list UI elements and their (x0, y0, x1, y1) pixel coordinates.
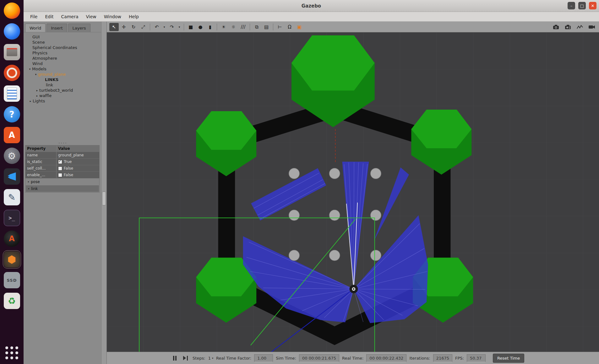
menu-camera[interactable]: Camera (58, 13, 82, 20)
close-button[interactable]: ✕ (589, 2, 596, 9)
insert-sphere-button[interactable]: ● (196, 23, 205, 31)
screenshot-camera-icon[interactable] (551, 23, 561, 31)
tree-item-atmosphere[interactable]: Atmosphere (24, 56, 101, 61)
dock-libreoffice-writer-icon[interactable] (4, 85, 20, 102)
dock-text-editor-icon[interactable] (4, 189, 20, 205)
tree-item-lights[interactable]: ▸ Lights (24, 98, 101, 104)
3d-scene (107, 32, 599, 352)
properties-table: Property Value name ground_plane is_stat… (25, 145, 100, 193)
scrollbar-thumb[interactable] (102, 192, 106, 205)
properties-header: Property Value (25, 145, 99, 152)
dock-files-icon[interactable] (4, 44, 20, 60)
expander-icon[interactable]: ▾ (28, 68, 32, 71)
point-light-button[interactable]: ☀ (219, 23, 228, 31)
dock-thunderbird-icon[interactable] (4, 23, 20, 40)
expander-icon[interactable]: ▸ (35, 94, 39, 97)
dock-vscode-icon[interactable] (4, 168, 20, 185)
steps-stepper[interactable]: 1 ▾ (208, 356, 213, 361)
real-time-label: Real Time: (342, 356, 363, 361)
property-group-link[interactable]: ▸ link (25, 185, 99, 192)
tab-insert[interactable]: Insert (46, 24, 67, 32)
tree-item-scene[interactable]: Scene (24, 40, 101, 45)
property-row-name: name ground_plane (25, 152, 99, 158)
expander-icon[interactable]: ▾ (34, 73, 38, 76)
building-editor-button[interactable]: ▣ (295, 23, 304, 31)
world-panel: World Insert Layers GUI Scene Spherical … (24, 22, 101, 364)
dock-ssd-drive-icon[interactable]: SSD (4, 272, 20, 288)
render-viewport[interactable] (107, 32, 599, 352)
redo-button[interactable]: ↷ (167, 23, 177, 31)
property-group-pose[interactable]: ▸ pose (25, 178, 99, 185)
maximize-button[interactable]: □ (578, 2, 586, 9)
enable-wind-checkbox[interactable] (58, 173, 62, 177)
panel-scrollbar[interactable] (101, 22, 107, 364)
expander-icon[interactable]: ▸ (26, 180, 31, 183)
tree-item-links[interactable]: LINKS (24, 77, 101, 82)
sim-time-label: Sim Time: (276, 356, 296, 361)
tab-layers[interactable]: Layers (68, 24, 90, 32)
tree-item-gui[interactable]: GUI (24, 34, 101, 40)
dock-settings-icon[interactable] (4, 148, 20, 164)
iterations-value: 21675 (433, 354, 452, 362)
expander-icon[interactable]: ▸ (28, 100, 33, 103)
menu-edit[interactable]: Edit (41, 13, 57, 20)
tree-item-link[interactable]: link (24, 82, 101, 88)
scale-tool-button[interactable]: ⤢ (139, 23, 148, 31)
tree-item-waffle[interactable]: ▸ waffle (24, 93, 101, 98)
directional-light-button[interactable]: /// (238, 23, 248, 31)
tree-item-ground-plane[interactable]: ▾ ground_plane (24, 72, 101, 77)
undo-history-button[interactable]: ▾ (162, 23, 167, 31)
copy-button[interactable]: ⧉ (252, 23, 261, 31)
expander-icon[interactable]: ▸ (27, 187, 31, 190)
tree-item-wind[interactable]: Wind (24, 61, 101, 66)
dock-rhythmbox-icon[interactable] (4, 65, 20, 81)
tab-world[interactable]: World (25, 24, 46, 32)
dock-firefox-icon[interactable] (4, 3, 20, 19)
menu-file[interactable]: File (27, 13, 41, 20)
dock-help-icon[interactable] (4, 106, 20, 122)
redo-history-button[interactable]: ▾ (177, 23, 182, 31)
video-record-icon[interactable] (587, 23, 596, 31)
paste-button[interactable]: ▤ (262, 23, 271, 31)
align-button[interactable]: ⊢ (275, 23, 285, 31)
log-camera-icon[interactable] (563, 23, 573, 31)
snap-button[interactable]: Ω (285, 23, 294, 31)
select-tool-button[interactable]: ↖ (109, 23, 119, 31)
menu-view[interactable]: View (83, 13, 100, 20)
translate-tool-button[interactable]: ✛ (119, 23, 128, 31)
tree-item-spherical-coordinates[interactable]: Spherical Coordinates (24, 45, 101, 50)
expander-icon[interactable]: ▸ (35, 89, 39, 92)
property-row-self-collide: self_coll... False (25, 165, 99, 171)
is-static-checkbox[interactable] (58, 160, 62, 164)
pause-button[interactable] (171, 355, 178, 362)
menu-help[interactable]: Help (125, 13, 142, 20)
minimize-button[interactable]: – (568, 2, 575, 9)
dock-ubuntu-software-icon[interactable] (4, 127, 20, 143)
property-row-is-static: is_static True (25, 158, 99, 165)
panel-splitter[interactable] (24, 141, 101, 145)
titlebar[interactable]: Gazebo – □ ✕ (24, 0, 599, 12)
tree-item-models[interactable]: ▾ Models (24, 66, 101, 72)
robot-marker[interactable] (350, 285, 358, 293)
rotate-tool-button[interactable]: ↻ (129, 23, 138, 31)
tree-item-turtlebot3-world[interactable]: ▸ turtlebot3_world (24, 88, 101, 93)
tree-item-physics[interactable]: Physics (24, 50, 101, 56)
dock-gazebo-icon[interactable] (4, 251, 20, 268)
dock-trash-icon[interactable] (4, 293, 20, 309)
menu-window[interactable]: Window (101, 13, 125, 20)
menubar: File Edit Camera View Window Help (24, 12, 599, 22)
name-value[interactable]: ground_plane (56, 152, 99, 158)
dock-app-grid-icon[interactable] (4, 345, 20, 361)
plot-icon[interactable] (575, 23, 585, 31)
scene-tree: GUI Scene Spherical Coordinates Physics … (24, 32, 101, 141)
reset-time-button[interactable]: Reset Time (493, 354, 524, 363)
insert-box-button[interactable]: ■ (186, 23, 195, 31)
dock-terminal-icon[interactable] (4, 210, 20, 226)
step-button[interactable] (181, 355, 190, 362)
insert-cylinder-button[interactable]: ▮ (205, 23, 215, 31)
sim-time-value: 00 00:00:21.675 (299, 354, 339, 362)
self-collide-checkbox[interactable] (58, 166, 62, 171)
undo-button[interactable]: ↶ (152, 23, 161, 31)
spot-light-button[interactable]: ☼ (229, 23, 238, 31)
dock-ubuntu-a-icon[interactable] (4, 231, 20, 247)
